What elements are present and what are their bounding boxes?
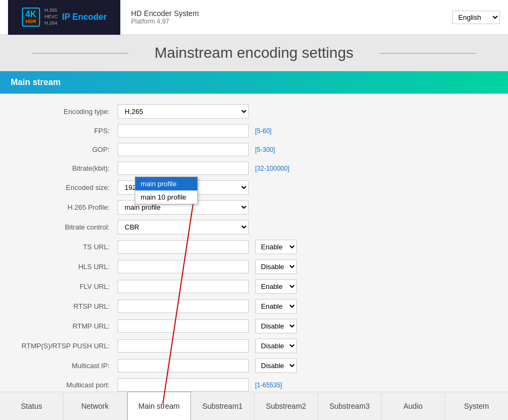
ts-url-row: TS URL: /0.ts Enable Disable [0,240,508,254]
multicast-port-input[interactable]: 1234 [118,378,249,392]
bitrate-input-wrap: 8000 [118,162,249,175]
rtmp-url-input-wrap: /0 [118,319,249,333]
hls-url-input-wrap: /0.m3u8 [118,260,249,273]
bitrate-control-label: Bitrate control: [11,223,118,231]
multicast-port-hint: [1-65535] [255,381,282,389]
fps-row: FPS: 30 [5-60] [0,124,508,138]
hls-url-input[interactable]: /0.m3u8 [118,260,249,273]
multicast-ip-row: Multicast IP: 238.0.0.1 Disable Enable [0,358,508,373]
gop-hint: [5-300] [255,146,275,154]
rtmp-url-row: RTMP URL: /0 Disable Enable [0,319,508,333]
tab-network[interactable]: Network [64,392,127,420]
dropdown-option-main10-profile[interactable]: main 10 profile [135,190,197,204]
encoded-size-label: Encoded size: [11,184,118,192]
ts-url-input-wrap: /0.ts [118,240,249,254]
ts-url-status-select[interactable]: Enable Disable [255,240,297,254]
rtmp-push-status-select[interactable]: Disable Enable [255,339,297,353]
rtmp-push-label: RTMP(S)/RTSP PUSH URL: [11,342,118,350]
rtmp-url-status-wrap[interactable]: Disable Enable [255,319,297,333]
logo-4k-text: 4K [26,10,36,19]
flv-url-input-wrap: /0.flv [118,280,249,293]
rtsp-url-status-select[interactable]: Enable Disable [255,299,297,314]
rtsp-url-input[interactable]: /0 [118,300,249,313]
gop-row: GOP: 30 [5-300] [0,143,508,156]
bitrate-hint: [32-100000] [255,165,289,172]
bitrate-label: Bitrate(kbit): [11,164,118,172]
h265-profile-dropdown[interactable]: main profile main 10 profile [135,177,198,204]
tab-audio[interactable]: Audio [382,392,445,420]
h265-profile-row: H.265 Profile: main profile main 10 prof… [0,200,508,215]
rtmp-push-input[interactable]: rtmp://192.168.1.169/live/0 [118,339,249,353]
rtmp-push-status-wrap[interactable]: Disable Enable [255,339,297,353]
page-title-bar: Mainstream encoding settings [0,35,508,71]
tab-substream1[interactable]: Substream1 [191,392,255,420]
main-stream-header: Main stream [0,71,508,94]
logo-ip-encoder-text: IP Encoder [62,12,106,22]
main-stream-label: Main stream [11,78,60,87]
hls-url-status-wrap[interactable]: Disable Enable [255,259,297,274]
content-area: Encoding type: H.265 H.264 FPS: 30 [5-60… [0,94,508,404]
multicast-port-input-wrap: 1234 [118,378,249,392]
fps-hint: [5-60] [255,127,272,135]
rtsp-url-row: RTSP URL: /0 Enable Disable [0,299,508,314]
gop-input[interactable]: 30 [118,143,249,156]
gop-input-wrap: 30 [118,143,249,156]
h265-profile-label: H.265 Profile: [11,203,118,211]
language-selector[interactable]: English [452,11,500,24]
tab-substream2[interactable]: Substream2 [255,392,318,420]
multicast-ip-status-select[interactable]: Disable Enable [255,358,297,373]
rtsp-url-status-wrap[interactable]: Enable Disable [255,299,297,314]
rtmp-url-label: RTMP URL: [11,322,118,330]
bitrate-control-input-wrap[interactable]: CBR VBR [118,220,249,234]
bitrate-control-row: Bitrate control: CBR VBR [0,220,508,234]
platform-version: Platform 4.97 [131,18,452,25]
page-title: Mainstream encoding settings [155,44,353,61]
ts-url-label: TS URL: [11,243,118,251]
language-dropdown[interactable]: English [452,11,500,24]
bitrate-row: Bitrate(kbit): 8000 [32-100000] [0,162,508,175]
bitrate-control-select[interactable]: CBR VBR [118,220,249,234]
logo-specs-text: H.265HEVCH.264 [44,7,58,26]
tab-main-stream[interactable]: Main stream [127,392,191,420]
encoding-type-select[interactable]: H.265 H.264 [118,104,249,119]
fps-input[interactable]: 30 [118,124,249,138]
ts-url-input[interactable]: /0.ts [118,240,249,254]
tab-substream3[interactable]: Substream3 [318,392,382,420]
bitrate-input[interactable]: 8000 [118,162,249,175]
multicast-port-label: Multicast port: [11,381,118,389]
multicast-ip-label: Multicast IP: [11,362,118,370]
hls-url-status-select[interactable]: Disable Enable [255,259,297,274]
flv-url-label: FLV URL: [11,282,118,291]
rtmp-url-status-select[interactable]: Disable Enable [255,319,297,333]
header: 4K HDR H.265HEVCH.264 IP Encoder HD Enco… [0,0,508,35]
flv-url-row: FLV URL: /0.flv Enable Disable [0,279,508,294]
encoding-type-label: Encoding type: [11,108,118,116]
app-name: HD Encoder System [131,9,452,18]
gop-label: GOP: [11,146,118,154]
tab-status[interactable]: Status [0,392,64,420]
logo-box: 4K HDR H.265HEVCH.264 IP Encoder [8,0,120,35]
header-title: HD Encoder System Platform 4.97 [131,9,452,25]
rtmp-push-input-wrap: rtmp://192.168.1.169/live/0 [118,339,249,353]
logo-hdr-text: HDR [26,19,36,24]
multicast-ip-status-wrap[interactable]: Disable Enable [255,358,297,373]
ts-url-status-wrap[interactable]: Enable Disable [255,240,297,254]
encoded-size-row: Encoded size: 1920x1080 1280x720 [0,180,508,195]
rtsp-url-input-wrap: /0 [118,300,249,313]
fps-input-wrap: 30 [118,124,249,138]
logo-badge: 4K HDR [22,7,40,27]
fps-label: FPS: [11,127,118,135]
tab-system[interactable]: System [445,392,508,420]
encoding-type-input-wrap[interactable]: H.265 H.264 [118,104,249,119]
flv-url-status-wrap[interactable]: Enable Disable [255,279,297,294]
rtmp-push-row: RTMP(S)/RTSP PUSH URL: rtmp://192.168.1.… [0,339,508,353]
bottom-nav: Status Network Main stream Substream1 Su… [0,392,508,420]
hls-url-row: HLS URL: /0.m3u8 Disable Enable [0,259,508,274]
encoding-type-row: Encoding type: H.265 H.264 [0,104,508,119]
rtsp-url-label: RTSP URL: [11,302,118,310]
flv-url-status-select[interactable]: Enable Disable [255,279,297,294]
flv-url-input[interactable]: /0.flv [118,280,249,293]
rtmp-url-input[interactable]: /0 [118,319,249,333]
multicast-ip-input[interactable]: 238.0.0.1 [118,359,249,372]
dropdown-option-main-profile[interactable]: main profile [135,177,197,190]
